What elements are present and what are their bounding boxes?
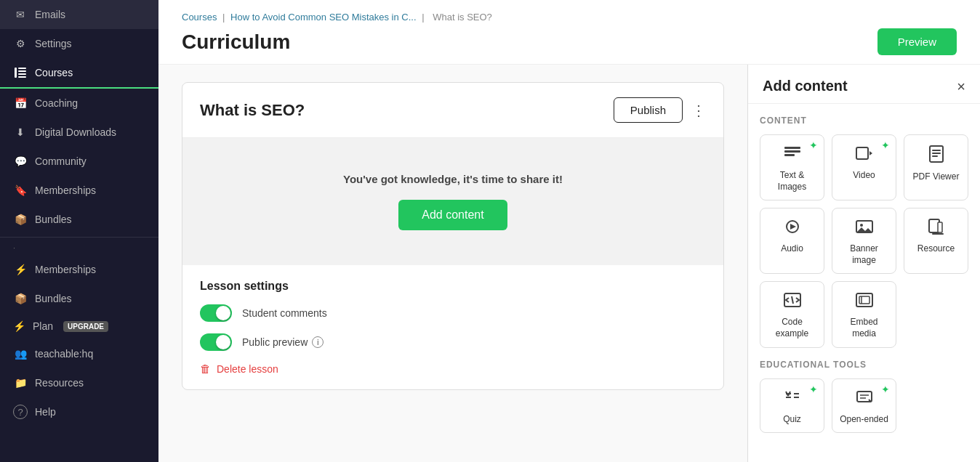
toggle-track-2 — [200, 333, 232, 351]
toggle-thumb-2 — [216, 335, 230, 349]
breadcrumb-current: What is SEO? — [433, 12, 492, 23]
sidebar-item-settings[interactable]: ⚙ Settings — [0, 29, 158, 58]
plan-icon: ⚡ — [13, 320, 25, 332]
sidebar-item-label: Community — [35, 155, 87, 167]
right-panel: Add content × CONTENT ✦ — [747, 65, 980, 462]
student-comments-row: Student comments — [200, 304, 706, 322]
sidebar-item-label: Emails — [35, 9, 65, 20]
sidebar-item-bundles-2[interactable]: 📦 Bundles — [0, 284, 158, 313]
banner-image-icon — [856, 219, 873, 239]
sidebar-item-memberships-1[interactable]: 🔖 Memberships — [0, 176, 158, 205]
svg-rect-4 — [18, 76, 26, 78]
lesson-settings: Lesson settings Student comments — [182, 265, 723, 389]
sidebar-item-digital-downloads[interactable]: ⬇ Digital Downloads — [0, 118, 158, 147]
publish-button[interactable]: Publish — [614, 97, 683, 123]
tile-embed-media[interactable]: Embed media — [832, 281, 896, 347]
tile-code-example[interactable]: Code example — [760, 281, 824, 347]
svg-rect-13 — [932, 155, 938, 157]
close-icon[interactable]: × — [957, 79, 965, 94]
sidebar-item-coaching[interactable]: 📅 Coaching — [0, 89, 158, 118]
sidebar-divider — [0, 237, 158, 238]
svg-rect-2 — [18, 70, 26, 72]
sidebar-item-teachablehq[interactable]: 👥 teachable:hq — [0, 339, 158, 368]
student-comments-label: Student comments — [242, 307, 327, 319]
public-preview-toggle[interactable] — [200, 333, 232, 351]
tile-video[interactable]: ✦ Video — [832, 134, 896, 200]
sidebar-item-label: Settings — [35, 38, 72, 49]
tile-quiz[interactable]: ✦ Quiz — [760, 378, 824, 434]
student-comments-toggle[interactable] — [200, 304, 232, 322]
svg-rect-3 — [18, 73, 26, 75]
tile-audio[interactable]: Audio — [760, 208, 824, 274]
content-row: What is SEO? Publish ⋮ You've got knowle… — [158, 65, 980, 462]
toggle-thumb — [216, 306, 230, 320]
more-options-icon[interactable]: ⋮ — [691, 102, 706, 119]
embed-media-icon — [856, 292, 873, 312]
lesson-title: What is SEO? — [200, 101, 305, 120]
info-icon[interactable]: i — [312, 336, 324, 348]
lesson-settings-title: Lesson settings — [200, 280, 706, 293]
video-icon — [856, 145, 873, 166]
lesson-card-header: What is SEO? Publish ⋮ — [182, 83, 723, 138]
page-header: Curriculum Preview — [182, 28, 957, 64]
sidebar-item-bundles-1[interactable]: 📦 Bundles — [0, 205, 158, 234]
email-icon: ✉ — [13, 7, 28, 22]
sidebar-item-emails[interactable]: ✉ Emails — [0, 0, 158, 29]
breadcrumb-separator-1: | — [222, 12, 228, 23]
sidebar-item-courses[interactable]: Courses — [0, 58, 158, 89]
upgrade-badge[interactable]: UPGRADE — [63, 321, 108, 332]
right-panel-header: Add content × — [748, 65, 980, 104]
lesson-card: What is SEO? Publish ⋮ You've got knowle… — [182, 82, 724, 390]
tile-label-open-ended: Open-ended — [840, 414, 888, 426]
resources-icon: 📁 — [13, 376, 28, 390]
tile-label-embed-media: Embed media — [838, 317, 890, 339]
tile-open-ended[interactable]: ✦ Open-ended — [832, 378, 896, 434]
tile-text-images[interactable]: ✦ Text & Images — [760, 134, 824, 200]
sidebar-item-label: Bundles — [35, 214, 72, 225]
memberships-icon: 🔖 — [13, 183, 28, 198]
sidebar-item-plan[interactable]: ⚡ Plan UPGRADE — [0, 313, 158, 339]
delete-lesson[interactable]: 🗑 Delete lesson — [200, 362, 706, 375]
digital-downloads-icon: ⬇ — [13, 125, 28, 139]
text-images-icon — [784, 145, 801, 166]
svg-rect-7 — [784, 154, 795, 156]
sidebar-item-label: Bundles — [35, 293, 72, 304]
sidebar-item-label: Digital Downloads — [35, 126, 116, 138]
svg-rect-20 — [932, 233, 944, 235]
coaching-icon: 📅 — [13, 96, 28, 110]
spark-icon-quiz: ✦ — [809, 384, 818, 395]
public-preview-row: Public preview i — [200, 333, 706, 351]
breadcrumb-separator-2: | — [422, 12, 427, 23]
svg-rect-5 — [784, 147, 800, 149]
edu-section-label: EDUCATIONAL TOOLS — [760, 360, 968, 370]
svg-rect-6 — [784, 150, 800, 153]
lesson-empty-state: You've got knowledge, it's time to share… — [182, 138, 723, 265]
tile-pdf-viewer[interactable]: PDF Viewer — [904, 134, 968, 200]
tile-label-resource: Resource — [917, 243, 955, 255]
settings-icon: ⚙ — [13, 36, 28, 51]
breadcrumb-course[interactable]: How to Avoid Common SEO Mistakes in C... — [230, 12, 417, 23]
pdf-viewer-icon — [928, 145, 944, 167]
sidebar: ✉ Emails ⚙ Settings Courses 📅 Coaching ⬇… — [0, 0, 158, 462]
sidebar-item-help[interactable]: ? Help — [0, 397, 158, 426]
tile-banner-image[interactable]: Banner image — [832, 208, 896, 274]
right-panel-body: CONTENT ✦ Text & Images — [748, 104, 980, 462]
svg-rect-0 — [15, 68, 17, 78]
breadcrumb-courses[interactable]: Courses — [182, 12, 217, 23]
preview-button[interactable]: Preview — [877, 28, 957, 55]
sidebar-item-community[interactable]: 💬 Community — [0, 147, 158, 176]
tile-label-video: Video — [853, 170, 875, 182]
content-tiles-grid: ✦ Text & Images ✦ — [760, 134, 968, 348]
spark-icon-video: ✦ — [881, 139, 890, 151]
spark-icon-text-images: ✦ — [809, 139, 818, 151]
sidebar-item-label: Coaching — [35, 97, 78, 109]
public-preview-label: Public preview i — [242, 336, 324, 348]
open-ended-icon — [856, 389, 873, 410]
right-panel-title: Add content — [763, 78, 848, 94]
add-content-button[interactable]: Add content — [398, 200, 507, 230]
tile-resource[interactable]: Resource — [904, 208, 968, 274]
svg-rect-12 — [932, 153, 941, 154]
sidebar-item-memberships-2[interactable]: ⚡ Memberships — [0, 255, 158, 284]
lesson-empty-text: You've got knowledge, it's time to share… — [200, 173, 706, 185]
sidebar-item-resources[interactable]: 📁 Resources — [0, 368, 158, 397]
